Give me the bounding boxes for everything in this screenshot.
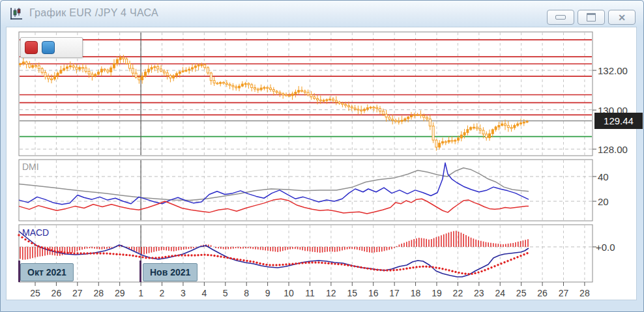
x-axis-label: 1 — [138, 288, 143, 298]
current-price-badge: 129.44 — [594, 113, 643, 129]
x-axis-label: 15 — [347, 288, 358, 298]
x-axis-label: 26 — [51, 288, 62, 298]
x-axis-label: 5 — [223, 288, 228, 298]
chart-window: График EUR /JPY 4 ЧАСА ✕ DMI MACD 132.00… — [0, 0, 644, 312]
x-axis-label: 12 — [326, 288, 336, 298]
blue-tool-button[interactable] — [42, 41, 55, 54]
month-badge-oct: Окт 2021 — [20, 263, 74, 281]
x-axis-label: 8 — [244, 288, 249, 298]
drawing-toolbar — [20, 37, 83, 58]
x-axis-label: 10 — [284, 288, 294, 298]
x-axis-label: 26 — [537, 288, 548, 298]
x-axis-label: 28 — [579, 288, 590, 298]
macd-panel-label: MACD — [22, 227, 49, 238]
dmi-tick-20: 20 — [598, 196, 609, 207]
x-axis-label: 16 — [368, 288, 379, 298]
chart-canvas[interactable] — [1, 1, 644, 312]
price-tick-128: 128.00 — [598, 144, 628, 155]
macd-tick-zero: +0.0 — [596, 242, 615, 253]
x-axis-label: 23 — [474, 288, 484, 298]
dmi-panel-label: DMI — [22, 162, 39, 172]
month-boundary-bar-nov — [139, 261, 141, 282]
x-axis-label: 27 — [72, 288, 83, 298]
window-frame-bottom — [2, 301, 642, 310]
x-axis-label: 19 — [432, 288, 442, 298]
x-axis-label: 9 — [265, 288, 271, 298]
price-tick-132: 132.00 — [598, 65, 628, 76]
x-axis-label: 29 — [115, 288, 125, 298]
x-axis-label: 28 — [93, 288, 104, 298]
x-axis-label: 11 — [305, 288, 315, 298]
x-axis-label: 22 — [453, 288, 463, 298]
x-axis-label: 3 — [181, 288, 186, 298]
x-axis-label: 27 — [559, 288, 569, 298]
x-axis-label: 18 — [411, 288, 421, 298]
x-axis-label: 2 — [160, 288, 165, 298]
x-axis-label: 24 — [495, 288, 505, 298]
x-axis-label: 25 — [516, 288, 527, 298]
x-axis-label: 17 — [389, 288, 400, 298]
x-axis-label: 25 — [30, 288, 40, 298]
dmi-tick-40: 40 — [598, 171, 609, 182]
month-badge-nov: Нов 2021 — [143, 263, 198, 281]
red-tool-button[interactable] — [25, 41, 38, 54]
x-axis-label: 4 — [201, 288, 207, 298]
